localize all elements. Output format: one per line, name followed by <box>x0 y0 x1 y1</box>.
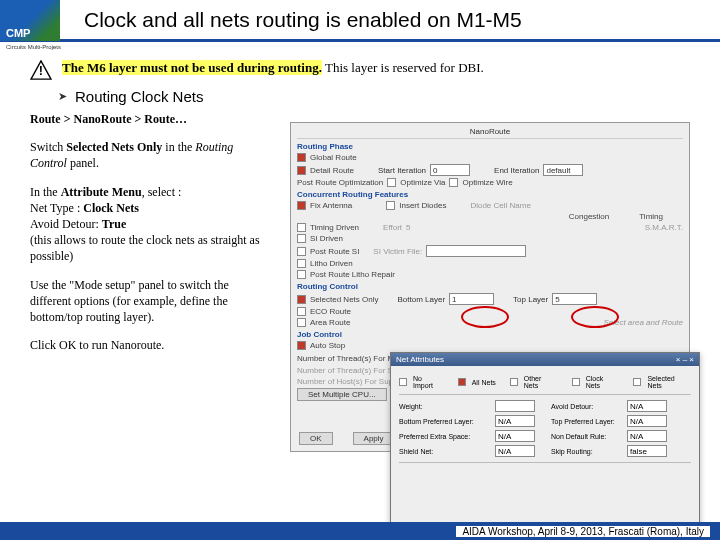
nanoroute-ok-button[interactable]: OK <box>299 432 333 445</box>
net-attributes-titlebar[interactable]: Net Attributes × – × <box>391 353 699 366</box>
warning-row: ! The M6 layer must not be used during r… <box>30 60 690 80</box>
other-nets-radio[interactable] <box>510 378 518 386</box>
auto-stop-checkbox[interactable] <box>297 341 306 350</box>
all-nets-radio[interactable] <box>458 378 466 386</box>
fix-antenna-checkbox[interactable] <box>297 201 306 210</box>
top-layer-highlight-circle <box>571 306 619 328</box>
section-job-control: Job Control <box>297 330 683 339</box>
bottom-layer-highlight-circle <box>461 306 509 328</box>
shield-input[interactable]: N/A <box>495 445 535 457</box>
eco-checkbox[interactable] <box>297 307 306 316</box>
selected-nets-checkbox[interactable] <box>297 295 306 304</box>
slide-title: Clock and all nets routing is enabled on… <box>84 8 522 32</box>
weight-input[interactable] <box>495 400 535 412</box>
cmp-logo <box>0 0 60 41</box>
section-concurrent: Concurrent Routing Features <box>297 190 683 199</box>
warning-highlight: The M6 layer must not be used during rou… <box>62 60 322 75</box>
window-controls-icon[interactable]: × – × <box>676 355 694 364</box>
selected-nets-radio[interactable] <box>633 378 641 386</box>
instr-p1: Switch Selected Nets Only in the Routing… <box>30 139 270 171</box>
top-pref-input[interactable]: N/A <box>627 415 667 427</box>
top-layer-input[interactable]: 5 <box>552 293 597 305</box>
footer-text: AIDA Workshop, April 8-9, 2013, Frascati… <box>456 526 710 537</box>
global-route-checkbox[interactable] <box>297 153 306 162</box>
header-bar: Clock and all nets routing is enabled on… <box>0 0 720 42</box>
ndr-input[interactable]: N/A <box>627 430 667 442</box>
optimize-via-checkbox[interactable] <box>387 178 396 187</box>
instr-p3: Use the "Mode setup" panel to switch the… <box>30 277 270 326</box>
clock-nets-radio[interactable] <box>572 378 580 386</box>
footer-bar: AIDA Workshop, April 8-9, 2013, Frascati… <box>0 522 720 540</box>
warning-text: The M6 layer must not be used during rou… <box>62 60 484 76</box>
pref-extra-input[interactable]: N/A <box>495 430 535 442</box>
avoid-detour-select[interactable]: N/A <box>627 400 667 412</box>
warning-tail: This layer is reserved for DBI. <box>322 60 484 75</box>
si-victim-input[interactable] <box>426 245 526 257</box>
no-import-radio[interactable] <box>399 378 407 386</box>
bullet-label: Routing Clock Nets <box>75 88 203 105</box>
si-driven-checkbox[interactable] <box>297 234 306 243</box>
tagline: Circuits Multi-Projets <box>0 42 720 52</box>
set-cpu-button[interactable]: Set Multiple CPU... <box>297 388 387 401</box>
instr-p4: Click OK to run Nanoroute. <box>30 337 270 353</box>
menu-path: Route > NanoRoute > Route… <box>30 111 270 127</box>
insert-diode-checkbox[interactable] <box>386 201 395 210</box>
timing-driven-checkbox[interactable] <box>297 223 306 232</box>
start-iter-input[interactable]: 0 <box>430 164 470 176</box>
skip-select[interactable]: false <box>627 445 667 457</box>
nanoroute-title: NanoRoute <box>297 127 683 139</box>
post-litho-checkbox[interactable] <box>297 270 306 279</box>
bullet-arrow-icon: ➤ <box>58 90 67 103</box>
bottom-pref-input[interactable]: N/A <box>495 415 535 427</box>
bullet-routing-clock-nets: ➤ Routing Clock Nets <box>58 88 690 105</box>
net-attributes-dialog: Net Attributes × – × No Import All Nets … <box>390 352 700 540</box>
optimize-wire-checkbox[interactable] <box>449 178 458 187</box>
instructions-column: Route > NanoRoute > Route… Switch Select… <box>30 111 270 353</box>
instr-p2: In the Attribute Menu, select : Net Type… <box>30 184 270 265</box>
section-routing-control: Routing Control <box>297 282 683 291</box>
nanoroute-apply-button[interactable]: Apply <box>353 432 395 445</box>
net-type-row: No Import All Nets Other Nets Clock Nets… <box>399 375 691 389</box>
warning-icon: ! <box>30 60 52 80</box>
svg-text:!: ! <box>39 63 43 78</box>
post-si-checkbox[interactable] <box>297 247 306 256</box>
end-iter-input[interactable]: default <box>543 164 583 176</box>
area-checkbox[interactable] <box>297 318 306 327</box>
section-routing-phase: Routing Phase <box>297 142 683 151</box>
slide-content: ! The M6 layer must not be used during r… <box>0 52 720 522</box>
detail-route-checkbox[interactable] <box>297 166 306 175</box>
litho-checkbox[interactable] <box>297 259 306 268</box>
bottom-layer-input[interactable]: 1 <box>449 293 494 305</box>
